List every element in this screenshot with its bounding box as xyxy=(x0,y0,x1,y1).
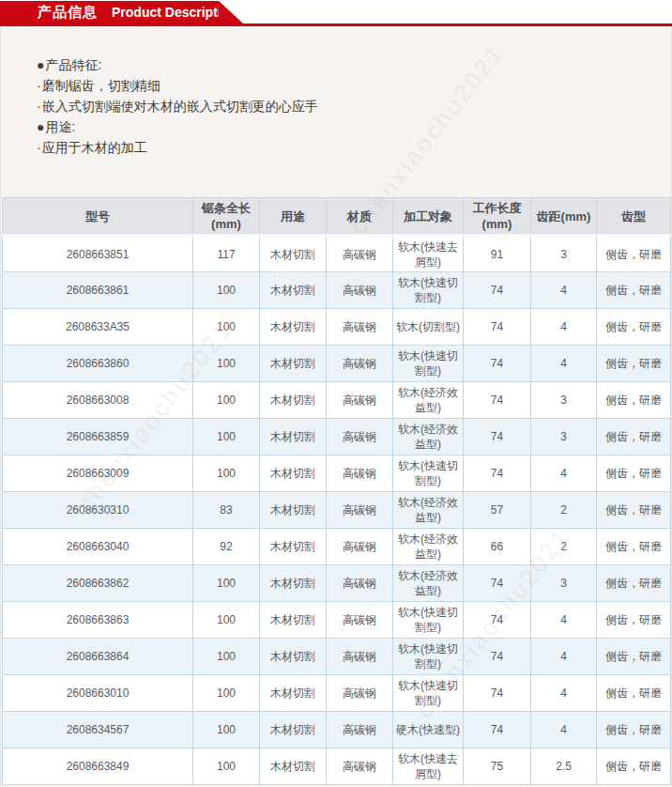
table-cell: 2608663861 xyxy=(3,272,193,309)
table-cell: 100 xyxy=(193,309,260,346)
table-cell: 侧齿，研磨 xyxy=(597,382,671,419)
table-row: 2608663859100木材切割高碳钢软木(经济效益型)743侧齿，研磨 xyxy=(3,419,671,455)
feature-text: 产品特征: xyxy=(45,57,101,72)
table-cell: 高碳钢 xyxy=(327,419,393,455)
feature-text: 应用于木材的加工 xyxy=(42,140,147,155)
table-cell: 软木(快速切割型) xyxy=(393,602,464,639)
table-cell: 4 xyxy=(531,272,597,309)
table-row: 2608663009100木材切割高碳钢软木(快速切割型)744侧齿，研磨 xyxy=(3,455,671,492)
table-cell: 高碳钢 xyxy=(327,346,393,382)
table-cell: 100 xyxy=(193,346,260,382)
table-row: 2608663860100木材切割高碳钢软木(快速切割型)744侧齿，研磨 xyxy=(3,346,671,382)
table-row: 2608663008100木材切割高碳钢软木(经济效益型)743侧齿，研磨 xyxy=(3,382,671,419)
table-cell: 木材切割 xyxy=(260,272,327,309)
table-cell: 高碳钢 xyxy=(327,639,393,675)
banner-diagonal-edge xyxy=(219,1,243,23)
column-header: 工作长度 (mm) xyxy=(464,198,531,236)
bullet-icon: · xyxy=(37,99,41,114)
table-cell: 高碳钢 xyxy=(327,272,393,309)
feature-line: ●用途: xyxy=(37,116,671,137)
table-cell: 高碳钢 xyxy=(327,309,393,346)
banner-ribbon: 产品信息 Product Description xyxy=(0,1,219,23)
table-cell: 侧齿，研磨 xyxy=(597,309,671,346)
table-cell: 2608663851 xyxy=(3,236,193,272)
feature-text: 磨制锯齿，切割精细 xyxy=(42,78,160,93)
table-cell: 侧齿，研磨 xyxy=(597,565,671,602)
table-cell: 侧齿，研磨 xyxy=(597,492,671,529)
page-content: ●产品特征:·磨制锯齿，切割精细·嵌入式切割端使对木材的嵌入式切割更的心应手●用… xyxy=(0,26,672,787)
feature-line: ·应用于木材的加工 xyxy=(37,137,671,158)
table-cell: 2608663859 xyxy=(3,419,193,455)
table-cell: 木材切割 xyxy=(260,602,327,639)
table-cell: 高碳钢 xyxy=(327,236,393,272)
table-cell: 4 xyxy=(531,639,597,675)
table-cell: 100 xyxy=(193,602,260,639)
page-header-banner: 产品信息 Product Description xyxy=(0,0,672,26)
table-cell: 软木(快速切割型) xyxy=(393,675,464,712)
table-cell: 2608633A35 xyxy=(3,309,193,346)
table-cell: 侧齿，研磨 xyxy=(597,346,671,382)
table-cell: 侧齿，研磨 xyxy=(597,455,671,492)
table-cell: 4 xyxy=(531,602,597,639)
column-header: 型号 xyxy=(3,198,193,236)
table-cell: 100 xyxy=(193,565,260,602)
table-cell: 侧齿，研磨 xyxy=(597,272,671,309)
table-row: 2608663010100木材切割高碳钢软木(快速切割型)744侧齿，研磨 xyxy=(3,675,671,712)
banner-title-zh: 产品信息 xyxy=(38,4,98,22)
table-cell: 91 xyxy=(464,236,531,272)
table-row: 2608663861100木材切割高碳钢软木(快速切割型)744侧齿，研磨 xyxy=(3,272,671,309)
table-row: 260863031083木材切割高碳钢软木(经济效益型)572侧齿，研磨 xyxy=(3,492,671,529)
table-cell: 木材切割 xyxy=(260,419,327,455)
table-cell: 100 xyxy=(193,455,260,492)
table-cell: 高碳钢 xyxy=(327,602,393,639)
table-cell: 75 xyxy=(464,748,531,785)
bullet-icon: · xyxy=(37,78,41,93)
table-cell: 侧齿，研磨 xyxy=(597,602,671,639)
table-cell: 软木(快速切割型) xyxy=(393,455,464,492)
table-cell: 74 xyxy=(464,455,531,492)
table-cell: 高碳钢 xyxy=(327,712,393,748)
table-row: 2608634567100木材切割高碳钢硬木(快速型)744侧齿，研磨 xyxy=(3,712,671,748)
table-cell: 高碳钢 xyxy=(327,382,393,419)
table-header-row: 型号锯条全长 (mm)用途材质加工对象工作长度 (mm)齿距(mm)齿型 xyxy=(3,198,671,236)
table-cell: 100 xyxy=(193,272,260,309)
table-cell: 木材切割 xyxy=(260,236,327,272)
table-row: 2608663851117木材切割高碳钢软木(快速去屑型)913侧齿，研磨 xyxy=(3,236,671,272)
bullet-icon: ● xyxy=(37,57,44,72)
table-cell: 侧齿，研磨 xyxy=(597,675,671,712)
table-cell: 74 xyxy=(464,675,531,712)
table-cell: 83 xyxy=(193,492,260,529)
table-cell: 高碳钢 xyxy=(327,529,393,565)
table-cell: 软木(切割型) xyxy=(393,309,464,346)
table-cell: 74 xyxy=(464,272,531,309)
table-cell: 木材切割 xyxy=(260,492,327,529)
table-cell: 侧齿，研磨 xyxy=(597,748,671,785)
table-cell: 100 xyxy=(193,748,260,785)
table-cell: 3 xyxy=(531,419,597,455)
table-cell: 高碳钢 xyxy=(327,675,393,712)
table-row: 2608663849100木材切割高碳钢软木(快速去屑型)752.5侧齿，研磨 xyxy=(3,748,671,785)
table-row: 2608663862100木材切割高碳钢软木(经济效益型)743侧齿，研磨 xyxy=(3,565,671,602)
table-cell: 软木(经济效益型) xyxy=(393,382,464,419)
table-cell: 100 xyxy=(193,419,260,455)
table-cell: 74 xyxy=(464,346,531,382)
column-header: 齿距(mm) xyxy=(531,198,597,236)
table-cell: 侧齿，研磨 xyxy=(597,419,671,455)
feature-line: ·嵌入式切割端使对木材的嵌入式切割更的心应手 xyxy=(37,96,671,116)
table-cell: 2 xyxy=(531,529,597,565)
table-cell: 2608663863 xyxy=(3,602,193,639)
feature-list: ●产品特征:·磨制锯齿，切割精细·嵌入式切割端使对木材的嵌入式切割更的心应手●用… xyxy=(1,26,671,158)
table-cell: 4 xyxy=(531,675,597,712)
table-cell: 木材切割 xyxy=(260,748,327,785)
column-header: 加工对象 xyxy=(393,198,464,236)
feature-line: ·磨制锯齿，切割精细 xyxy=(37,75,671,96)
table-cell: 木材切割 xyxy=(260,529,327,565)
table-cell: 74 xyxy=(464,602,531,639)
table-cell: 高碳钢 xyxy=(327,492,393,529)
table-cell: 软木(快速去屑型) xyxy=(393,236,464,272)
table-cell: 74 xyxy=(464,309,531,346)
table-cell: 2608663040 xyxy=(3,529,193,565)
table-cell: 侧齿，研磨 xyxy=(597,639,671,675)
table-cell: 4 xyxy=(531,712,597,748)
table-cell: 软木(快速切割型) xyxy=(393,272,464,309)
